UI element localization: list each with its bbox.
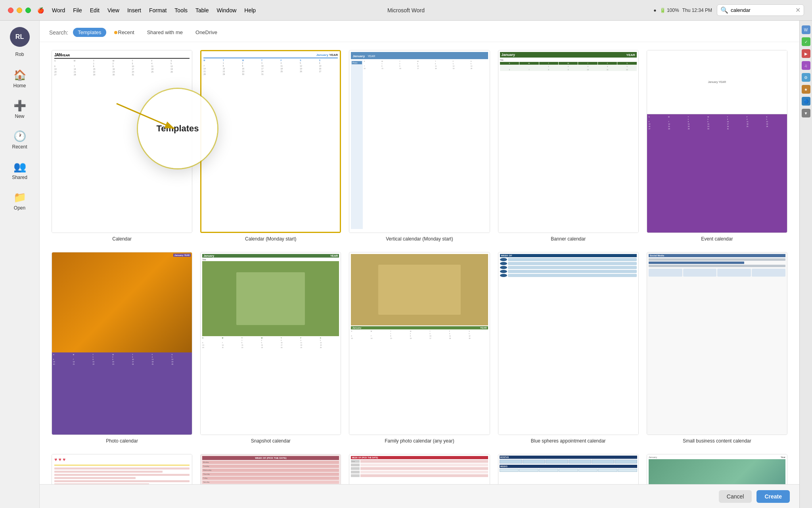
user-name: Rob xyxy=(15,52,24,57)
menu-format[interactable]: Format xyxy=(149,7,167,13)
new-icon: ➕ xyxy=(13,100,26,112)
window-title: Microsoft Word xyxy=(387,7,425,13)
menu-apple[interactable]: 🍎 xyxy=(37,7,44,13)
template-thumb-banner[interactable]: JanuaryYEAR Title S M T W T F S xyxy=(498,50,639,233)
recent-dot xyxy=(114,31,117,34)
template-name-event: Event calendar xyxy=(701,236,733,242)
templates-tooltip-circle: Templates xyxy=(138,89,217,168)
template-family-calendar[interactable]: JanuaryYEAR SMTWTFS 12345 6789101112 131… xyxy=(349,252,490,444)
template-name-vertical: Vertical calendar (Monday start) xyxy=(386,236,453,242)
template-thumb-photo[interactable]: January YEAR SMTWTFS 12345 6789101112 13… xyxy=(52,252,192,435)
menu-window[interactable]: Window xyxy=(217,7,237,13)
right-icon-5[interactable]: ⚙ xyxy=(802,73,810,82)
cancel-button[interactable]: Cancel xyxy=(719,490,752,503)
sidebar-item-home[interactable]: 🏠 Home xyxy=(4,65,36,92)
right-icon-6[interactable]: ★ xyxy=(802,85,810,94)
template-rose-suite[interactable]: WEEK OF (PICK THE DATE) Monday Tuesday W… xyxy=(200,454,341,484)
template-hummingbird[interactable]: JanuaryYear SMTWTFS 12345 6789101112 131… xyxy=(647,454,787,484)
content-area: Search: Templates Recent Shared with me … xyxy=(40,21,799,508)
template-vertical-calendar[interactable]: January YEAR Photo SMTWTFS xyxy=(349,50,490,242)
menu-word[interactable]: Word xyxy=(52,7,65,13)
template-thumb-rose[interactable]: WEEK OF (PICK THE DATE) Monday Tuesday W… xyxy=(200,454,341,484)
clock: Thu 12:34 PM xyxy=(682,8,712,13)
title-search-box[interactable]: 🔍 calendar ✕ xyxy=(717,4,804,16)
template-thumb-family[interactable]: JanuaryYEAR SMTWTFS 12345 6789101112 131… xyxy=(349,252,490,435)
sidebar-item-recent[interactable]: 🕐 Recent xyxy=(4,126,36,154)
right-icon-8[interactable]: ▼ xyxy=(802,109,810,117)
template-name-family: Family photo calendar (any year) xyxy=(385,438,454,444)
template-name-blue-spheres: Blue spheres appointment calendar xyxy=(531,438,606,444)
minimize-button[interactable] xyxy=(17,8,22,13)
recent-icon: 🕐 xyxy=(13,130,26,142)
template-thumb-weekly[interactable]: WEEK OF (PICK THE DATE) Time xyxy=(349,454,490,484)
template-thumb-snapshot[interactable]: JanuaryYEAR Title SM TW TF S xyxy=(200,252,341,435)
menu-insert[interactable]: Insert xyxy=(127,7,141,13)
template-thumb-monthly[interactable]: MONTHS WEEKS xyxy=(498,454,639,484)
search-header: Search: Templates Recent Shared with me … xyxy=(40,21,799,42)
right-icon-7[interactable]: 🔵 xyxy=(802,97,810,106)
template-thumb-blue-spheres[interactable]: WEEK OF xyxy=(498,252,639,435)
sidebar-item-open[interactable]: 📁 Open xyxy=(4,187,36,215)
template-photo-calendar[interactable]: January YEAR SMTWTFS 12345 6789101112 13… xyxy=(52,252,192,444)
title-search-input[interactable]: calendar xyxy=(731,7,793,13)
create-button[interactable]: Create xyxy=(756,490,790,503)
search-tabs: Templates Recent Shared with me OneDrive xyxy=(73,28,222,37)
template-banner-calendar[interactable]: JanuaryYEAR Title S M T W T F S xyxy=(498,50,639,242)
template-thumb-small-biz[interactable]: Social Media xyxy=(647,252,787,435)
template-blue-spheres[interactable]: WEEK OF xyxy=(498,252,639,444)
template-birthday[interactable]: ♥ ♥ ♥ xyxy=(52,454,192,484)
right-sidebar: W ✓ ▶ ♫ ⚙ ★ 🔵 ▼ xyxy=(799,21,812,508)
open-icon: 📁 xyxy=(13,191,26,204)
template-name-banner: Banner calendar xyxy=(551,236,586,242)
template-thumb-monday[interactable]: January YEAR MTWTFSS 123456 78910111213 … xyxy=(200,50,341,233)
clear-search-icon[interactable]: ✕ xyxy=(795,6,801,14)
template-name-monday: Calendar (Monday start) xyxy=(245,236,296,242)
template-thumb-event[interactable]: January YEAR SMTWTFS 12345 6789101112 13… xyxy=(647,50,787,233)
sidebar-item-new[interactable]: ➕ New xyxy=(4,96,36,123)
right-icon-4[interactable]: ♫ xyxy=(802,61,810,70)
template-thumb-hummingbird[interactable]: JanuaryYear SMTWTFS 12345 6789101112 131… xyxy=(647,454,787,484)
traffic-lights xyxy=(8,8,31,13)
menu-edit[interactable]: Edit xyxy=(90,7,100,13)
right-icon-2[interactable]: ✓ xyxy=(802,37,810,46)
home-icon: 🏠 xyxy=(13,69,26,81)
tab-templates[interactable]: Templates xyxy=(73,28,106,37)
search-icon-title: 🔍 xyxy=(720,6,728,14)
menu-table[interactable]: Table xyxy=(195,7,209,13)
template-event-calendar[interactable]: January YEAR SMTWTFS 12345 6789101112 13… xyxy=(647,50,787,242)
right-icon-1[interactable]: W xyxy=(802,25,810,34)
tab-recent[interactable]: Recent xyxy=(109,28,139,37)
sidebar-item-recent-label: Recent xyxy=(12,144,27,150)
tab-shared-with-me[interactable]: Shared with me xyxy=(142,28,188,37)
wifi-icon: ● xyxy=(653,8,656,13)
template-thumb-birthday[interactable]: ♥ ♥ ♥ xyxy=(52,454,192,484)
right-icon-3[interactable]: ▶ xyxy=(802,49,810,58)
shared-icon: 👥 xyxy=(13,161,26,173)
sidebar-item-shared-label: Shared xyxy=(12,175,27,180)
menu-view[interactable]: View xyxy=(107,7,119,13)
menu-help[interactable]: Help xyxy=(244,7,256,13)
template-calendar-monday[interactable]: January YEAR MTWTFSS 123456 78910111213 … xyxy=(200,50,341,242)
sidebar-item-new-label: New xyxy=(15,114,24,119)
title-bar-left: 🍎 Word File Edit View Insert Format Tool… xyxy=(8,7,256,13)
template-monthly-planning[interactable]: MONTHS WEEKS xyxy=(498,454,639,484)
maximize-button[interactable] xyxy=(25,8,31,13)
close-button[interactable] xyxy=(8,8,13,13)
tab-onedrive[interactable]: OneDrive xyxy=(191,28,222,37)
battery-icon: 🔋 100% xyxy=(660,8,679,13)
template-name-snapshot: Snapshot calendar xyxy=(251,438,291,444)
content-wrapper: JANYEAR SMTWTFS 12345 6789101112 1314151… xyxy=(40,42,799,484)
sidebar: RL Rob 🏠 Home ➕ New 🕐 Recent 👥 Shared 📁 … xyxy=(0,21,40,508)
title-bar-right: ● 🔋 100% Thu 12:34 PM 🔍 calendar ✕ xyxy=(653,4,804,16)
template-snapshot-calendar[interactable]: JanuaryYEAR Title SM TW TF S xyxy=(200,252,341,444)
title-bar: 🍎 Word File Edit View Insert Format Tool… xyxy=(0,0,812,21)
template-thumb-vertical[interactable]: January YEAR Photo SMTWTFS xyxy=(349,50,490,233)
template-small-business[interactable]: Social Media Small busi xyxy=(647,252,787,444)
template-name-photo: Photo calendar xyxy=(106,438,138,444)
sidebar-item-shared[interactable]: 👥 Shared xyxy=(4,157,36,184)
menu-bar: 🍎 Word File Edit View Insert Format Tool… xyxy=(37,7,256,13)
search-row: Search: Templates Recent Shared with me … xyxy=(49,28,790,37)
menu-file[interactable]: File xyxy=(73,7,82,13)
template-weekly-appointment[interactable]: WEEK OF (PICK THE DATE) Time xyxy=(349,454,490,484)
menu-tools[interactable]: Tools xyxy=(174,7,188,13)
